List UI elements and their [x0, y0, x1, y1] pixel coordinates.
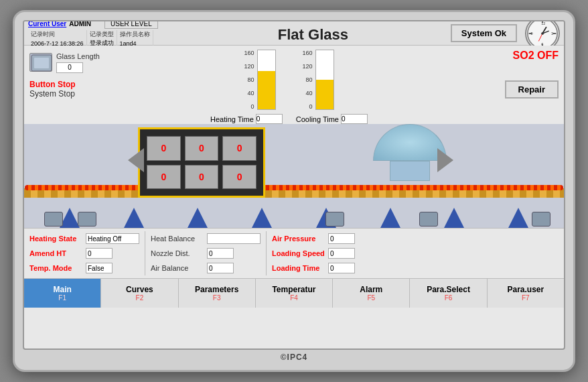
air-balance-input[interactable] — [207, 263, 234, 273]
monitor: Curent User ADMIN USER LEVEL 记录时间 记录类型 操… — [13, 10, 575, 372]
oven-cell-1: 0 — [147, 136, 181, 161]
cooling-time-input[interactable] — [341, 114, 368, 124]
air-balance-label: Air Balance — [151, 264, 204, 272]
oven-cell-5: 0 — [185, 165, 219, 190]
section-1: Heating State Amend HT Temp. Mode — [29, 231, 139, 275]
admin-value: ADMIN — [69, 20, 91, 27]
nav-alarm-label: Alarm — [360, 285, 382, 294]
nav-main-key: F1 — [58, 294, 66, 302]
brand-logo: ©IPC4 — [281, 353, 308, 362]
nav-temperature[interactable]: Temperatur F4 — [256, 279, 333, 308]
equip-4 — [419, 212, 438, 227]
nozzle-dist-input[interactable] — [207, 248, 234, 259]
heating-time-input[interactable] — [256, 114, 283, 124]
nav-main-label: Main — [53, 285, 71, 294]
nav-parameters-key: F3 — [213, 294, 221, 302]
svg-text:12: 12 — [541, 21, 545, 25]
main-content: Glass Length Button Stop System Stop — [24, 46, 564, 348]
heating-state-input[interactable] — [86, 233, 139, 244]
left-gauge: 160 120 80 40 0 — [244, 50, 275, 110]
support-6 — [380, 208, 400, 228]
loading-time-input[interactable] — [328, 263, 355, 273]
gauge-area: 160 120 80 40 0 — [133, 50, 445, 124]
heat-balance-input[interactable] — [207, 233, 261, 244]
support-7 — [444, 208, 464, 228]
nav-bar: Main F1 Curves F2 Parameters F3 Temperat… — [24, 278, 564, 308]
nav-parameters-label: Parameters — [195, 285, 238, 294]
oven-cell-3: 0 — [222, 136, 256, 161]
oven-grid: 0 0 0 0 0 0 — [140, 129, 263, 196]
loading-time-label: Loading Time — [272, 264, 325, 272]
nav-para-user[interactable]: Para.user F7 — [488, 279, 564, 308]
support-8 — [508, 208, 528, 228]
heating-time-row: Heating Time — [210, 114, 283, 124]
oven-box: 0 0 0 0 0 0 — [138, 127, 265, 198]
nav-temperature-key: F4 — [290, 294, 298, 302]
nav-para-user-key: F7 — [522, 294, 530, 302]
loading-speed-input[interactable] — [328, 248, 355, 259]
temp-mode-label: Temp. Mode — [29, 264, 83, 272]
nav-para-select[interactable]: Para.Select F6 — [410, 279, 487, 308]
oven-cell-4: 0 — [147, 165, 181, 190]
amend-ht-input[interactable] — [86, 248, 113, 259]
equip-3 — [325, 212, 344, 227]
cooling-time-row: Cooling Time — [296, 114, 368, 124]
arrow-left — [128, 148, 144, 172]
glass-length-label: Glass Length — [56, 52, 100, 60]
svg-text:3: 3 — [551, 31, 553, 35]
right-gauge: 160 120 80 40 0 — [303, 50, 334, 110]
nav-para-user-label: Para.user — [507, 285, 544, 294]
air-pressure-input[interactable] — [328, 233, 355, 244]
oven-cell-6: 0 — [222, 165, 256, 190]
nav-alarm[interactable]: Alarm F5 — [333, 279, 410, 308]
support-2 — [124, 208, 144, 228]
system-stop-label: System Stop — [29, 89, 133, 99]
log-header-user: 操作员名称 — [117, 30, 153, 39]
support-4 — [252, 208, 272, 228]
status-sections: Heating State Amend HT Temp. Mode — [29, 231, 559, 275]
svg-rect-14 — [34, 58, 49, 68]
header: Curent User ADMIN USER LEVEL 记录时间 记录类型 操… — [24, 21, 564, 46]
section-2: Heat Balance Nozzle Dist. Air Balance — [151, 231, 261, 275]
heating-state-label: Heating State — [29, 235, 83, 243]
equip-1 — [44, 212, 63, 227]
status-panel: Heating State Amend HT Temp. Mode — [24, 228, 564, 278]
nav-main[interactable]: Main F1 — [24, 279, 101, 308]
cooling-time-label: Cooling Time — [296, 115, 339, 123]
heating-time-label: Heating Time — [210, 115, 254, 123]
equip-5 — [532, 212, 550, 227]
amend-ht-label: Amend HT — [29, 249, 83, 257]
log-header-type: 记录类型 — [86, 30, 117, 39]
svg-point-12 — [541, 32, 544, 35]
loading-speed-label: Loading Speed — [272, 249, 325, 257]
nav-curves-label: Curves — [126, 285, 153, 294]
nav-curves-key: F2 — [136, 294, 144, 302]
nav-para-select-key: F6 — [445, 294, 453, 302]
section-3: Air Pressure Loading Speed Loading Time — [272, 231, 355, 275]
support-legs — [24, 204, 564, 228]
arrow-right — [437, 148, 453, 172]
nav-curves[interactable]: Curves F2 — [101, 279, 178, 308]
cooling-hood — [373, 124, 447, 181]
nav-alarm-key: F5 — [367, 294, 375, 302]
glass-length-input[interactable] — [56, 62, 83, 73]
header-left: Curent User ADMIN USER LEVEL 记录时间 记录类型 操… — [28, 20, 175, 48]
temp-mode-input[interactable] — [86, 263, 113, 273]
nav-temperature-label: Temperatur — [272, 285, 315, 294]
left-controls: Glass Length Button Stop System Stop — [29, 50, 133, 99]
oven-cell-2: 0 — [185, 136, 219, 161]
heat-balance-label: Heat Balance — [151, 235, 204, 243]
nav-para-select-label: Para.Select — [427, 285, 470, 294]
svg-text:9: 9 — [530, 31, 532, 35]
nav-parameters[interactable]: Parameters F3 — [179, 279, 256, 308]
button-stop-label: Button Stop — [29, 80, 133, 89]
heat-elements — [24, 184, 564, 191]
glass-icon — [29, 53, 52, 72]
air-pressure-label: Air Pressure — [272, 235, 325, 243]
main-title: Flat Glass — [278, 26, 348, 43]
header-center: Flat Glass — [175, 23, 451, 44]
user-level-button[interactable]: USER LEVEL — [104, 20, 158, 29]
system-ok-button[interactable]: System Ok — [451, 24, 517, 42]
monitor-bottom: ©IPC4 — [281, 350, 308, 365]
repair-button[interactable]: Repair — [505, 80, 559, 99]
